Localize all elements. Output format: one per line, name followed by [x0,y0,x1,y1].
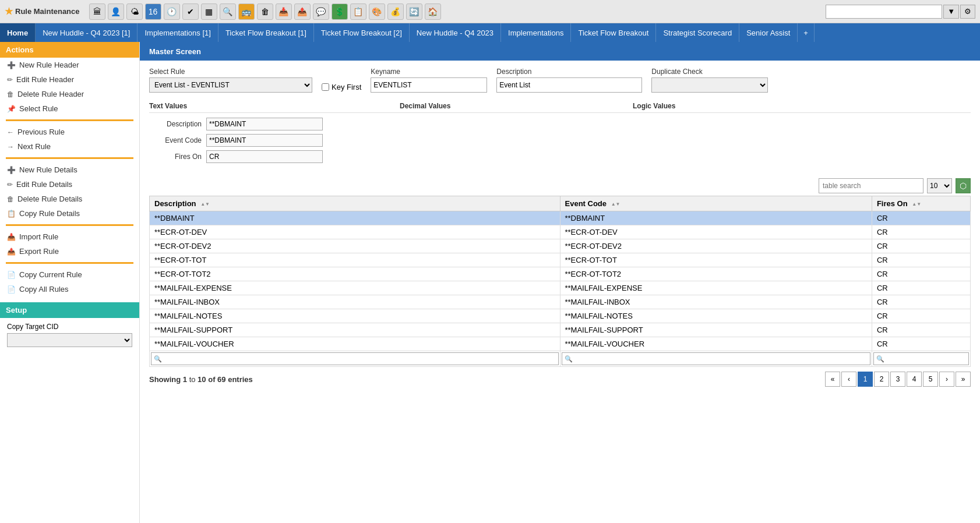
table-cell-event_code: **MAILFAIL-INBOX [560,295,872,309]
sidebar-item-delete-rule-header[interactable]: 🗑 Delete Rule Header [0,87,139,101]
toolbar-chat-icon[interactable]: 💬 [313,3,329,20]
tab-new-huddle-q4-1[interactable]: New Huddle - Q4 2023 [1] [36,23,138,42]
tab-add[interactable]: + [798,23,815,42]
pagination-page-2[interactable]: 2 [874,372,889,387]
decimal-values-header: Decimal Values [400,102,633,110]
left-arrow-icon: ← [7,128,14,136]
toolbar-import-icon[interactable]: 📥 [276,3,292,20]
toolbar-bus-icon[interactable]: 🚌 [238,3,255,20]
toolbar-export-icon[interactable]: 📤 [294,3,311,20]
toolbar-refresh-icon[interactable]: 🔄 [406,3,422,20]
table-row[interactable]: **ECR-OT-TOT**ECR-OT-TOTCR [150,253,971,267]
table-cell-description: **MAILFAIL-VOUCHER [150,337,560,351]
global-search-go-button[interactable]: ⚙ [960,5,975,19]
data-table: Description ▲▼ Event Code ▲▼ Fires On ▲▼… [149,196,971,367]
toolbar-weather-icon[interactable]: 🌤 [126,3,143,20]
toolbar-bank-icon[interactable]: 🏛 [89,3,105,20]
pagination-next[interactable]: › [939,372,954,387]
table-page-size-select[interactable]: 10 25 50 100 [927,178,952,193]
pagination-info: Showing 1 to 10 of 69 entries [149,375,253,384]
toolbar-dollar-icon[interactable]: 💲 [332,3,348,20]
toolbar-paint-icon[interactable]: 🎨 [369,3,385,20]
table-row[interactable]: **MAILFAIL-INBOX**MAILFAIL-INBOXCR [150,295,971,309]
tab-senior-assist[interactable]: Senior Assist [739,23,798,42]
pagination-last[interactable]: » [956,372,971,387]
filter-event-code-input[interactable] [562,352,870,365]
sidebar-item-copy-all-rules[interactable]: 📄 Copy All Rules [0,282,139,296]
field-row-description: Description [149,118,971,130]
sidebar-item-previous-rule[interactable]: ← Previous Rule [0,125,139,139]
tab-ticket-flow-2[interactable]: Ticket Flow Breakout [2] [314,23,410,42]
actions-title: Actions [0,42,139,58]
table-cell-description: **ECR-OT-TOT [150,253,560,267]
sidebar-item-delete-rule-details[interactable]: 🗑 Delete Rule Details [0,192,139,206]
toolbar-trash-icon[interactable]: 🗑 [257,3,273,20]
sidebar-item-select-rule[interactable]: 📌 Select Rule [0,101,139,116]
toolbar-clock-icon[interactable]: 🕐 [164,3,180,20]
sidebar-item-new-rule-header[interactable]: ➕ New Rule Header [0,58,139,72]
field-row-fires-on: Fires On [149,150,971,163]
sidebar-item-export-rule[interactable]: 📤 Export Rule [0,244,139,259]
nav-tabs: Home New Huddle - Q4 2023 [1] Implementa… [0,23,980,42]
pagination-first[interactable]: « [825,372,840,387]
table-row[interactable]: **ECR-OT-TOT2**ECR-OT-TOT2CR [150,267,971,281]
toolbar-search-icon[interactable]: 🔍 [220,3,236,20]
pagination-page-5[interactable]: 5 [923,372,938,387]
pagination-page-1[interactable]: 1 [858,372,873,387]
toolbar-home-icon[interactable]: 🏠 [425,3,441,20]
toolbar-money-icon[interactable]: 💰 [387,3,404,20]
toolbar-16-icon[interactable]: 16 [145,3,161,20]
event-code-field-input[interactable] [206,134,323,147]
sidebar-item-edit-rule-details[interactable]: ✏ Edit Rule Details [0,177,139,192]
fires-on-field-input[interactable] [206,150,323,163]
tab-new-huddle-q4[interactable]: New Huddle - Q4 2023 [410,23,501,42]
pagination-controls: « ‹ 1 2 3 4 5 › » [825,372,971,387]
tab-home[interactable]: Home [0,23,36,42]
copy-target-cid-select[interactable] [7,333,132,347]
table-cell-event_code: **ECR-OT-TOT [560,253,872,267]
duplicate-check-select[interactable] [651,77,768,93]
pagination-page-4[interactable]: 4 [907,372,922,387]
table-export-button[interactable]: ⬡ [956,178,971,193]
table-row[interactable]: **ECR-OT-DEV2**ECR-OT-DEV2CR [150,239,971,253]
description-input[interactable] [496,77,642,93]
sidebar-item-import-rule[interactable]: 📥 Import Rule [0,229,139,244]
sidebar-item-next-rule[interactable]: → Next Rule [0,139,139,154]
table-row[interactable]: **MAILFAIL-NOTES**MAILFAIL-NOTESCR [150,309,971,323]
pagination-prev[interactable]: ‹ [841,372,856,387]
sidebar-item-new-rule-details[interactable]: ➕ New Rule Details [0,162,139,177]
tab-implementations-1[interactable]: Implementations [1] [138,23,218,42]
toolbar-clipboard-icon[interactable]: 📋 [350,3,366,20]
delete-icon-2: 🗑 [7,195,14,203]
th-event-code[interactable]: Event Code ▲▼ [560,196,872,211]
tab-strategist-scorecard[interactable]: Strategist Scorecard [656,23,739,42]
select-rule-select[interactable]: Event List - EVENTLIST [149,77,312,93]
table-row[interactable]: **DBMAINT**DBMAINTCR [150,211,971,225]
table-row[interactable]: **MAILFAIL-VOUCHER**MAILFAIL-VOUCHERCR [150,337,971,351]
tab-ticket-flow-1[interactable]: Ticket Flow Breakout [1] [218,23,314,42]
global-search-button[interactable]: ▼ [943,5,959,19]
table-row[interactable]: **MAILFAIL-EXPENSE**MAILFAIL-EXPENSECR [150,281,971,295]
toolbar-user-icon[interactable]: 👤 [108,3,124,20]
keyname-input[interactable] [371,77,487,93]
table-cell-fires_on: CR [872,239,970,253]
toolbar-grid-icon[interactable]: ▦ [201,3,217,20]
table-row[interactable]: **ECR-OT-DEV**ECR-OT-DEVCR [150,225,971,239]
sidebar-item-edit-rule-header[interactable]: ✏ Edit Rule Header [0,72,139,87]
filter-fires-on-input[interactable] [873,352,969,365]
toolbar-check-icon[interactable]: ✔ [182,3,199,20]
description-field-input[interactable] [206,118,323,130]
th-fires-on[interactable]: Fires On ▲▼ [872,196,970,211]
table-row[interactable]: **MAILFAIL-SUPPORT**MAILFAIL-SUPPORTCR [150,323,971,337]
table-search-input[interactable] [819,178,923,193]
tab-ticket-flow[interactable]: Ticket Flow Breakout [571,23,656,42]
global-search-input[interactable] [826,5,942,19]
sidebar-item-copy-current-rule[interactable]: 📄 Copy Current Rule [0,267,139,282]
text-values-header: Text Values [149,102,400,110]
filter-description-input[interactable] [151,352,559,365]
pagination-page-3[interactable]: 3 [890,372,905,387]
sidebar-item-copy-rule-details[interactable]: 📋 Copy Rule Details [0,206,139,221]
tab-implementations[interactable]: Implementations [501,23,571,42]
key-first-checkbox[interactable] [322,83,329,91]
th-description[interactable]: Description ▲▼ [150,196,560,211]
